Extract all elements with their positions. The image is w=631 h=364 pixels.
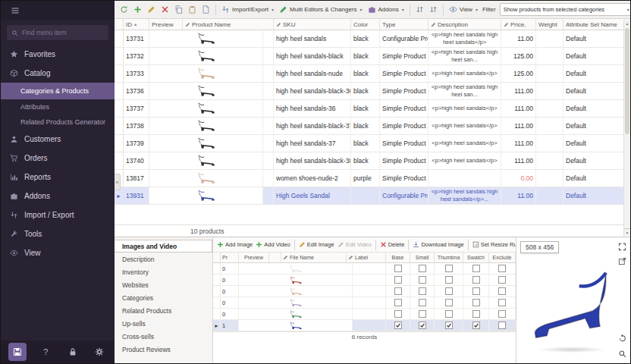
- product-cell-price[interactable]: 111.00: [501, 152, 536, 169]
- addons-menu-button[interactable]: Addons▾: [366, 3, 407, 17]
- product-cell-sku[interactable]: high heel sandals: [274, 30, 351, 47]
- row-select-marker[interactable]: [115, 83, 124, 99]
- product-cell-preview[interactable]: [149, 48, 263, 64]
- product-cell-preview[interactable]: [149, 83, 263, 99]
- filter-select[interactable]: Show products from selected categories▾: [500, 3, 630, 16]
- product-cell-preview[interactable]: [149, 118, 263, 134]
- product-row[interactable]: 13731high heel sandalshigh heel sandalsb…: [115, 30, 630, 48]
- column-header-name[interactable]: Product Name: [183, 19, 274, 30]
- settings-button[interactable]: [92, 344, 107, 359]
- tab-categories[interactable]: Categories: [115, 291, 212, 304]
- image-cell-pr[interactable]: 0: [221, 309, 239, 319]
- column-header-type[interactable]: Type: [380, 19, 429, 30]
- sidebar-item-customers[interactable]: Customers: [1, 130, 115, 149]
- image-cell-preview[interactable]: [239, 309, 353, 319]
- checkbox-base[interactable]: [394, 276, 402, 284]
- product-cell-weight[interactable]: [536, 135, 564, 152]
- product-cell-preview[interactable]: [149, 152, 263, 169]
- vertical-scrollbar[interactable]: ▲ ▼: [623, 20, 630, 236]
- image-cell-preview[interactable]: [239, 320, 353, 331]
- sidebar-item-catalog[interactable]: Catalog: [1, 64, 115, 83]
- zoom-image-button[interactable]: [616, 347, 628, 359]
- menu-search-input[interactable]: [22, 29, 101, 36]
- row-select-marker[interactable]: [213, 286, 221, 297]
- product-row[interactable]: 13817women shoes-nudewomen shoes-nude-2p…: [115, 170, 630, 187]
- row-select-marker[interactable]: [115, 118, 124, 134]
- checkbox-thumbnail[interactable]: [445, 276, 453, 284]
- image-cell-preview[interactable]: [239, 275, 353, 285]
- sidebar-item-categories-products[interactable]: Categories & Products: [1, 83, 115, 99]
- checkbox-base[interactable]: [394, 265, 402, 272]
- product-cell-price[interactable]: 11.00: [501, 187, 536, 204]
- checkbox-swatch[interactable]: [472, 287, 480, 295]
- scrollbar-thumb[interactable]: [625, 28, 629, 134]
- sidebar-item-favorites[interactable]: Favorites: [1, 45, 115, 64]
- product-cell-attribute-set[interactable]: Default: [564, 170, 630, 187]
- product-row[interactable]: 13740high heel sandals-black-38high heel…: [115, 152, 630, 170]
- copy-button[interactable]: [172, 3, 185, 17]
- product-cell-type[interactable]: Simple Product: [380, 170, 429, 187]
- product-cell-sku[interactable]: high heel sandals-black-38: [274, 152, 351, 169]
- checkbox-thumbnail[interactable]: [445, 322, 453, 329]
- image-row[interactable]: 0/r/e/red_1.jpg: [213, 275, 516, 286]
- product-row[interactable]: 13737high heel sandals-36high heel sanda…: [115, 100, 630, 118]
- product-cell-type[interactable]: Simple Product: [380, 152, 429, 169]
- checkbox-base[interactable]: [394, 310, 402, 318]
- help-button[interactable]: ?: [38, 344, 53, 359]
- product-cell-type[interactable]: Simple Product: [380, 135, 429, 152]
- column-header-pr[interactable]: Pr: [221, 253, 239, 262]
- product-cell-weight[interactable]: [536, 30, 564, 47]
- row-select-marker[interactable]: [115, 48, 124, 64]
- checkbox-small[interactable]: [419, 276, 426, 284]
- sidebar-item-reports[interactable]: Reports: [1, 168, 115, 187]
- sidebar-item-orders[interactable]: Orders: [1, 149, 115, 168]
- product-cell-type[interactable]: Configurable Product: [380, 187, 429, 204]
- product-cell-description[interactable]: <p>high heel sandals high heel sandals</…: [429, 30, 501, 47]
- product-cell-description[interactable]: <p>high heel sandals</p>: [429, 65, 501, 82]
- product-row[interactable]: 13733high heel sandals-nudehigh heel san…: [115, 65, 630, 83]
- checkbox-thumbnail[interactable]: [445, 287, 453, 295]
- column-header-preview[interactable]: Preview: [149, 19, 183, 30]
- checkbox-thumbnail[interactable]: [445, 310, 453, 318]
- product-cell-type[interactable]: Simple Product: [380, 118, 429, 134]
- image-cell-preview[interactable]: [239, 263, 353, 274]
- product-cell-id[interactable]: 13732: [124, 48, 149, 64]
- checkbox-exclude[interactable]: [498, 287, 506, 295]
- product-cell-weight[interactable]: [536, 65, 564, 82]
- product-cell-description[interactable]: <p>high heel sandals high heel sandals</…: [429, 187, 501, 204]
- add-video-button[interactable]: Add Video: [254, 238, 291, 252]
- checkbox-small[interactable]: [419, 287, 426, 295]
- product-cell-preview[interactable]: [149, 65, 263, 82]
- sidebar-item-related-products-generator[interactable]: Related Products Generator: [1, 115, 115, 130]
- view-menu-button[interactable]: View▾: [447, 3, 480, 17]
- checkbox-exclude[interactable]: [498, 276, 506, 284]
- product-cell-attribute-set[interactable]: Default: [564, 135, 630, 152]
- product-cell-color[interactable]: purple: [351, 170, 380, 187]
- checkbox-thumbnail[interactable]: [445, 299, 453, 306]
- product-cell-attribute-set[interactable]: Default: [564, 118, 630, 134]
- row-select-marker[interactable]: [115, 65, 124, 82]
- product-cell-color[interactable]: black: [351, 48, 380, 64]
- product-cell-sku[interactable]: high heel sandals-37: [274, 135, 351, 152]
- row-select-marker[interactable]: [213, 263, 221, 274]
- column-header-base[interactable]: Base: [386, 253, 410, 262]
- edit-image-button[interactable]: Edit Image: [297, 238, 336, 252]
- product-cell-preview[interactable]: [149, 187, 263, 204]
- checkbox-base[interactable]: [394, 299, 402, 306]
- product-cell-attribute-set[interactable]: Default: [564, 48, 630, 64]
- row-select-marker[interactable]: [213, 297, 221, 308]
- download-image-button[interactable]: Download Image: [411, 238, 465, 252]
- product-cell-price[interactable]: 11.00: [501, 30, 536, 47]
- checkbox-swatch[interactable]: [472, 322, 480, 329]
- image-cell-preview[interactable]: [239, 297, 353, 308]
- product-cell-weight[interactable]: [536, 170, 564, 187]
- product-cell-type[interactable]: Simple Product: [380, 100, 429, 117]
- product-cell-color[interactable]: black: [351, 65, 380, 82]
- open-external-button[interactable]: [616, 255, 628, 267]
- product-cell-id[interactable]: 13931: [124, 187, 149, 204]
- column-header-weight[interactable]: Weight: [536, 19, 564, 30]
- scroll-down-arrow-icon[interactable]: ▼: [624, 228, 630, 236]
- product-cell-sku[interactable]: high heel sandals-black: [274, 48, 351, 64]
- product-cell-preview[interactable]: [149, 30, 263, 47]
- sort-ascending-button[interactable]: [413, 3, 426, 17]
